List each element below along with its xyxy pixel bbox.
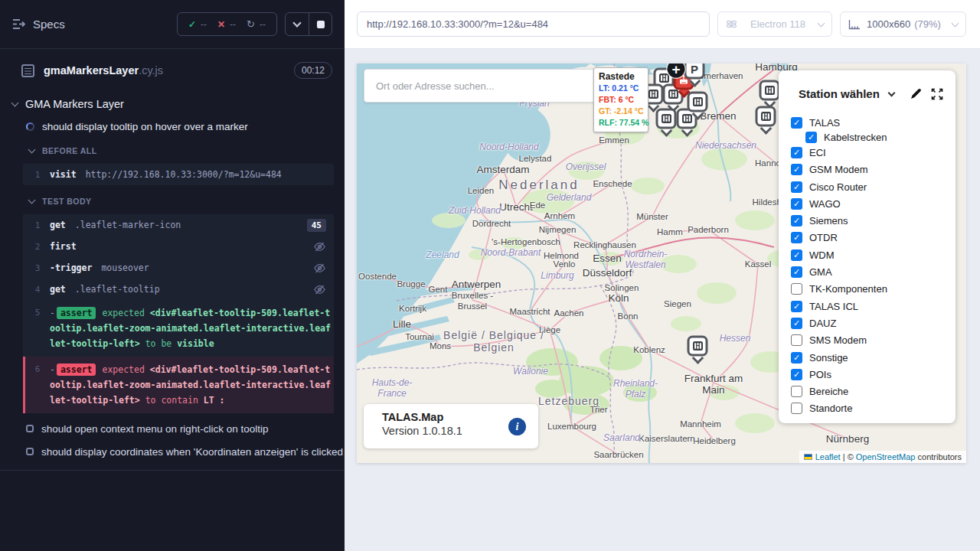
command-name: visit: [50, 169, 77, 180]
map-label: Hessen: [720, 333, 751, 344]
checkbox-checked[interactable]: ✓: [791, 249, 802, 261]
collapse-all-button[interactable]: [286, 13, 309, 35]
station-checkbox-row[interactable]: TK-Komponenten: [791, 281, 956, 298]
checkbox-checked[interactable]: ✓: [791, 215, 802, 227]
chevron-down-icon: [818, 19, 825, 27]
map-label: Arnhem: [544, 211, 575, 220]
station-checkbox-row[interactable]: ✓POIs: [791, 366, 956, 383]
checkbox-checked[interactable]: ✓: [791, 181, 802, 193]
command-row[interactable]: 2first: [23, 236, 334, 257]
map-label: Kaiserslautern: [639, 434, 695, 443]
pending-test-row[interactable]: should open context menu on right-click …: [0, 421, 345, 436]
assert-row-passed[interactable]: 5-assertexpected <div#leaflet-tooltip-50…: [23, 300, 334, 357]
station-checkbox-row[interactable]: SMS Modem: [791, 332, 956, 349]
chevron-down-icon[interactable]: [887, 89, 895, 96]
suite-row[interactable]: GMA Markers Layer: [0, 96, 345, 112]
command-body: -triggermouseover: [50, 260, 302, 276]
station-checkbox-row[interactable]: ✓WAGO: [791, 195, 956, 212]
command-body: visithttp://192.168.10.33:3000/?m=12&u=4…: [50, 167, 334, 182]
pending-test-row[interactable]: should display coordinates when 'Koordin…: [0, 444, 345, 459]
map-search-box[interactable]: Ort oder Adresse suchen...: [364, 69, 597, 103]
viewport-selector[interactable]: 1000x660 (79%): [840, 11, 966, 37]
checkbox-unchecked[interactable]: [791, 334, 802, 346]
station-checkbox-row[interactable]: ✓GSM Modem: [791, 161, 956, 178]
map-label: Westfalen: [625, 259, 665, 270]
station-marker[interactable]: [656, 109, 677, 129]
station-marker[interactable]: [756, 106, 776, 127]
command-body: first: [50, 239, 302, 254]
checkbox-checked[interactable]: ✓: [791, 266, 802, 278]
ruler-icon: [848, 19, 861, 30]
station-checkbox-row[interactable]: ✓Kabelstrecken: [791, 131, 956, 144]
command-row[interactable]: 3-triggermouseover: [23, 257, 334, 279]
test-running-spinner-icon: [26, 122, 34, 131]
station-marker[interactable]: [688, 336, 708, 357]
station-checkbox-row[interactable]: ✓Cisco Router: [791, 178, 956, 195]
map-label: Niedersachsen: [695, 140, 756, 151]
browser-selector[interactable]: Electron 118: [717, 11, 832, 37]
osm-link[interactable]: OpenStreetMap: [856, 452, 916, 461]
checkbox-checked[interactable]: ✓: [791, 301, 802, 312]
command-number: 6: [25, 362, 50, 374]
station-checkbox-row[interactable]: ✓TALAS ICL: [791, 298, 956, 315]
station-checkbox-row[interactable]: ✓Siemens: [791, 212, 956, 229]
assert-row-failed[interactable]: 6-assertexpected <div#leaflet-tooltip-50…: [23, 357, 334, 413]
leaflet-link[interactable]: Leaflet: [815, 452, 841, 461]
checkbox-checked[interactable]: ✓: [805, 132, 817, 143]
spec-file-row[interactable]: gmaMarkersLayer.cy.js 00:12: [0, 49, 345, 92]
station-checkbox-row[interactable]: ✓Sonstige: [791, 349, 956, 366]
map-label: Wallonie: [513, 366, 548, 377]
chevron-down-icon: [292, 18, 301, 27]
checkbox-checked[interactable]: ✓: [791, 232, 802, 243]
station-checkbox-row[interactable]: Standorte: [791, 400, 956, 417]
station-checkbox-label: GMA: [809, 266, 832, 278]
station-checkbox-row[interactable]: ✓DAUZ: [791, 315, 956, 331]
map-label: Frankfurt am: [684, 373, 743, 384]
map-label: Luxembourg: [547, 422, 596, 431]
stop-button[interactable]: [309, 13, 332, 35]
info-icon[interactable]: i: [508, 418, 526, 435]
station-marker[interactable]: [760, 80, 780, 101]
station-checkbox-label: GSM Modem: [809, 164, 868, 175]
spec-file-name: gmaMarkersLayer.cy.js: [44, 64, 294, 77]
station-select-label[interactable]: Station wählen: [799, 87, 880, 100]
test-body-section[interactable]: TEST BODY: [0, 194, 345, 208]
checkbox-unchecked[interactable]: [791, 283, 802, 295]
map-label: Solingen: [605, 283, 639, 292]
station-checkbox-row[interactable]: ✓TALAS: [791, 114, 956, 131]
map-label: Gelderland: [547, 192, 592, 203]
map-label: Enschede: [593, 179, 632, 188]
checkbox-checked[interactable]: ✓: [791, 198, 802, 210]
marker-tooltip: Rastede LT: 0.21 °CFBT: 6 °CGT: -2.14 °C…: [593, 67, 648, 132]
checkbox-unchecked[interactable]: [791, 386, 802, 397]
station-checkbox-row[interactable]: ✓WDM: [791, 246, 956, 263]
edit-pencil-icon[interactable]: [910, 88, 922, 100]
parking-marker[interactable]: P: [684, 64, 705, 80]
command-row[interactable]: 1 visithttp://192.168.10.33:3000/?m=12&u…: [23, 164, 334, 185]
checkbox-checked[interactable]: ✓: [791, 117, 802, 129]
station-checkbox-row[interactable]: Bereiche: [791, 383, 956, 399]
checkbox-checked[interactable]: ✓: [791, 147, 802, 158]
active-test-row[interactable]: should display tooltip on hover over a m…: [0, 118, 345, 135]
command-row[interactable]: 1get.leaflet-marker-icon45: [23, 214, 334, 236]
station-checkbox-label: Siemens: [809, 215, 848, 227]
checkbox-checked[interactable]: ✓: [791, 318, 802, 329]
station-checkbox-row[interactable]: ✓OTDR: [791, 230, 956, 246]
station-checkbox-row[interactable]: ✓ECI: [791, 144, 956, 161]
map-application[interactable]: AmsterdamUtrechtNederlandLelystadLeidenE…: [357, 64, 966, 463]
command-row[interactable]: 4get.leaflet-tooltip: [23, 279, 334, 300]
before-all-section[interactable]: BEFORE ALL: [0, 144, 345, 158]
specs-menu-icon[interactable]: [12, 18, 25, 30]
checkbox-unchecked[interactable]: [791, 403, 802, 414]
station-checkbox-label: WAGO: [809, 198, 841, 210]
url-bar[interactable]: http://192.168.10.33:3000/?m=12&u=484: [357, 11, 710, 37]
station-checkbox-row[interactable]: ✓GMA: [791, 263, 956, 280]
checkbox-checked[interactable]: ✓: [791, 369, 802, 380]
station-marker[interactable]: [688, 92, 708, 112]
map-label: Koblenz: [633, 345, 665, 354]
pending-test-title: should display coordinates when 'Koordin…: [41, 446, 343, 458]
expand-icon[interactable]: [931, 88, 943, 100]
checkbox-checked[interactable]: ✓: [791, 352, 802, 364]
map-label: Lille: [393, 318, 411, 330]
checkbox-checked[interactable]: ✓: [791, 164, 802, 175]
